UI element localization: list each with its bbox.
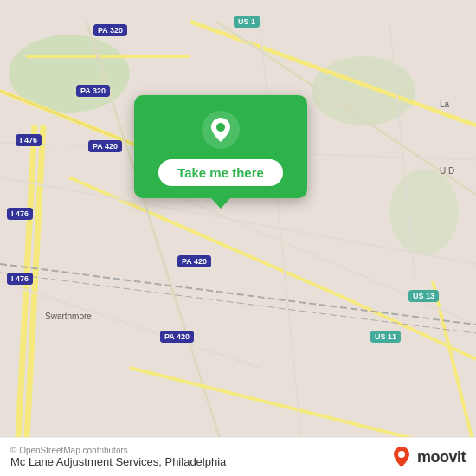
map-attribution: © OpenStreetMap contributors bbox=[10, 446, 226, 455]
location-title: Mc Lane Adjustment Services, Philadelphi… bbox=[10, 455, 226, 468]
svg-point-26 bbox=[398, 451, 405, 458]
road-label-pa420-bottom: PA 420 bbox=[160, 331, 194, 343]
road-label-us11: US 11 bbox=[370, 331, 401, 343]
svg-point-3 bbox=[389, 169, 459, 255]
road-label-pa320-top: PA 320 bbox=[93, 24, 127, 36]
place-label-swarthmore: Swarthmore bbox=[45, 312, 92, 321]
place-label-la: La bbox=[440, 100, 449, 109]
road-label-i476-bot: I 476 bbox=[7, 273, 33, 285]
moovit-logo: moovit bbox=[389, 445, 466, 469]
road-label-pa420-lower: PA 420 bbox=[177, 255, 211, 267]
moovit-text: moovit bbox=[417, 448, 466, 466]
map-svg bbox=[0, 0, 476, 476]
road-label-us1-top: US 1 bbox=[234, 16, 260, 28]
location-card: Take me there bbox=[134, 95, 307, 198]
road-label-pa320-mid: PA 320 bbox=[76, 85, 110, 97]
map-container: PA 320 US 1 PA 320 PA 420 I 476 I 476 I … bbox=[0, 0, 476, 476]
svg-point-2 bbox=[312, 56, 415, 125]
road-label-i476-mid: I 476 bbox=[7, 208, 33, 220]
bottom-bar-info: © OpenStreetMap contributors Mc Lane Adj… bbox=[10, 446, 226, 468]
bottom-bar: © OpenStreetMap contributors Mc Lane Adj… bbox=[0, 437, 476, 476]
road-label-i476-top: I 476 bbox=[16, 134, 42, 146]
location-pin-icon bbox=[202, 111, 240, 149]
road-label-us13: US 13 bbox=[408, 290, 439, 302]
svg-point-25 bbox=[216, 123, 225, 132]
take-me-there-button[interactable]: Take me there bbox=[158, 159, 283, 186]
place-label-ud: U D bbox=[440, 166, 454, 176]
road-label-pa420-mid: PA 420 bbox=[88, 140, 122, 152]
moovit-pin-icon bbox=[389, 445, 414, 469]
